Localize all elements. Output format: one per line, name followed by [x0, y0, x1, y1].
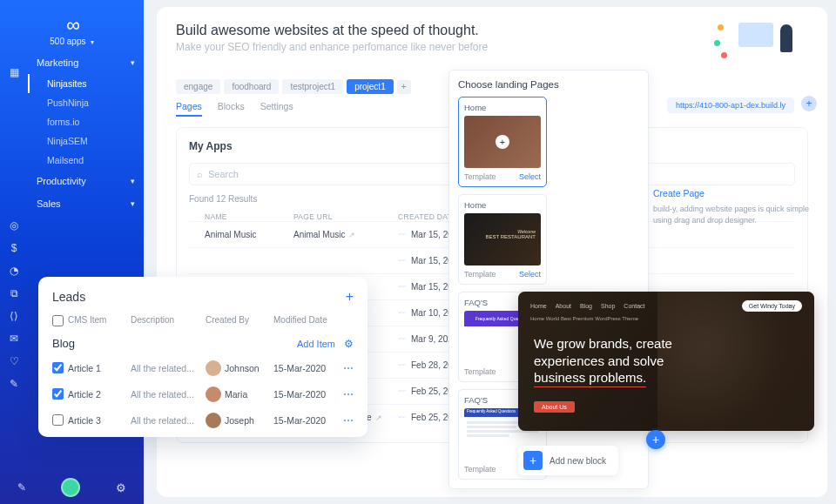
hero-illustration	[712, 19, 808, 66]
landing-thumb: +	[464, 116, 541, 168]
gear-icon[interactable]: ⚙	[344, 338, 354, 350]
plus-icon[interactable]: +	[496, 135, 509, 149]
row-checkbox[interactable]	[52, 414, 64, 426]
preview-nav: HomeAboutBlogShopContact Get Windy Today	[530, 300, 802, 312]
leads-columns: CMS Item Description Created By Modified…	[52, 315, 354, 328]
leads-title: Leads	[52, 290, 85, 304]
dollar-icon[interactable]: $	[0, 237, 28, 259]
search-placeholder: Search	[208, 169, 239, 179]
sidebar-item-mailsend[interactable]: Mailsend	[28, 151, 144, 170]
chevron-down-icon: ▾	[131, 58, 135, 67]
sidebar-item-formsio[interactable]: forms.io	[28, 112, 144, 131]
chevron-down-icon: ▾	[131, 177, 135, 185]
landing-card[interactable]: Home WelcomeBEST RESTAURANT TemplateSele…	[458, 194, 547, 285]
preview-crumb: Home World Best Premium WordPress Theme	[530, 316, 638, 321]
preview-headline: We grow brands, create experiences and s…	[534, 335, 672, 387]
leads-row[interactable]: Article 3 All the related... Joseph 15-M…	[52, 413, 354, 428]
landing-thumb: WelcomeBEST RESTAURANT	[464, 213, 541, 265]
more-icon[interactable]: ⋯	[343, 388, 354, 400]
trend-icon: 〰	[398, 283, 406, 292]
select-button[interactable]: Select	[519, 270, 541, 279]
search-icon: ⌕	[197, 169, 203, 179]
avatar-icon	[206, 386, 221, 402]
pen-icon[interactable]: ✎	[17, 481, 26, 494]
create-page-hint: Create Page build-y, adding website page…	[653, 187, 819, 227]
hint-title: Create Page	[653, 187, 819, 201]
users-icon[interactable]: ⧉	[0, 282, 28, 305]
tab-testproject1[interactable]: testproject1	[282, 79, 343, 94]
fab-add-button[interactable]: +	[646, 430, 665, 449]
trend-icon: 〰	[398, 335, 406, 344]
popover-title: Choose landing Pages	[458, 79, 639, 90]
chat-icon[interactable]: ✉	[0, 327, 28, 350]
leads-row[interactable]: Article 1 All the related... Johnson 15-…	[52, 360, 354, 376]
add-block-label: Add new block	[549, 456, 606, 466]
trend-icon: 〰	[398, 231, 406, 239]
sidebar-group-sales[interactable]: Sales▾	[28, 192, 144, 215]
external-link-icon[interactable]: ↗	[348, 231, 355, 239]
target-icon[interactable]: ◎	[0, 214, 28, 237]
leads-add-button[interactable]: +	[346, 289, 354, 305]
sidebar-item-ninjasites[interactable]: Ninjasites	[28, 74, 144, 93]
row-checkbox[interactable]	[52, 388, 64, 400]
trend-icon: 〰	[398, 257, 406, 265]
sidebar-group-productivity[interactable]: Productivity▾	[28, 170, 144, 192]
sidebar-groups: Marketing▾ Ninjasites PushNinja forms.io…	[28, 51, 144, 215]
code-icon[interactable]: ⟨⟩	[0, 305, 28, 327]
trend-icon: 〰	[398, 309, 406, 318]
preview-cta[interactable]: Get Windy Today	[742, 300, 802, 312]
tab-foodhoard[interactable]: foodhoard	[224, 79, 279, 94]
leads-section-title: Blog	[52, 337, 75, 350]
subtab-settings[interactable]: Settings	[260, 101, 293, 117]
more-icon[interactable]: ⋯	[343, 414, 354, 427]
plug-icon[interactable]: ✎	[0, 373, 28, 395]
tab-project1[interactable]: project1	[347, 79, 394, 94]
col-url: PAGE URL	[293, 212, 398, 221]
hint-body: build-y, adding website pages is quick s…	[653, 204, 819, 227]
select-all-checkbox[interactable]	[52, 315, 64, 326]
add-block-bar: + Add new block	[518, 446, 618, 475]
sidebar-bottom: ✎ ⚙	[0, 471, 144, 504]
sidebar-item-ninjasem[interactable]: NinjaSEM	[28, 131, 144, 151]
chevron-down-icon: ▾	[131, 199, 135, 208]
gear-icon[interactable]: ⚙	[116, 481, 126, 494]
trend-icon: 〰	[398, 413, 406, 422]
user-avatar[interactable]	[61, 478, 80, 497]
external-link-icon[interactable]: ↗	[375, 413, 382, 422]
url-add-button[interactable]: +	[801, 96, 817, 111]
avatar-icon	[206, 360, 221, 376]
leads-card: Leads + CMS Item Description Created By …	[38, 277, 367, 437]
site-preview-card[interactable]: HomeAboutBlogShopContact Get Windy Today…	[518, 292, 814, 431]
url-badge[interactable]: https://410-800-ap1-dex.build.ly	[667, 97, 794, 113]
sidebar-item-pushninja[interactable]: PushNinja	[28, 93, 144, 112]
preview-button[interactable]: About Us	[534, 401, 575, 413]
row-checkbox[interactable]	[52, 362, 64, 373]
col-name: NAME	[189, 212, 293, 221]
sidebar-group-marketing[interactable]: Marketing▾	[28, 51, 144, 74]
add-item-button[interactable]: Add Item	[297, 339, 335, 349]
subtab-pages[interactable]: Pages	[176, 101, 202, 117]
trend-icon: 〰	[398, 387, 406, 396]
subtab-blocks[interactable]: Blocks	[218, 101, 245, 117]
more-icon[interactable]: ⋯	[343, 362, 354, 374]
add-project-button[interactable]: +	[397, 80, 411, 94]
brand-logo: ∞	[0, 14, 144, 37]
sidebar-icon-col: ▦ ◎ $ ◔ ⧉ ⟨⟩ ✉ ♡ ✎	[0, 61, 28, 395]
brand-sub[interactable]: 500 apps ▾	[0, 37, 144, 46]
tab-engage[interactable]: engage	[176, 79, 220, 94]
add-block-button[interactable]: +	[523, 451, 543, 470]
chevron-down-icon: ▾	[88, 38, 93, 46]
select-button[interactable]: Select	[519, 172, 541, 181]
heart-icon[interactable]: ♡	[0, 350, 28, 373]
landing-card[interactable]: Home + TemplateSelect	[458, 97, 547, 187]
brand: ∞ 500 apps ▾	[0, 14, 144, 46]
leads-row[interactable]: Article 2 All the related... Maria 15-Ma…	[52, 386, 354, 402]
headset-icon[interactable]: ◔	[0, 259, 28, 282]
grid-icon[interactable]: ▦	[0, 61, 28, 84]
avatar-icon	[206, 413, 221, 428]
trend-icon: 〰	[398, 361, 406, 370]
